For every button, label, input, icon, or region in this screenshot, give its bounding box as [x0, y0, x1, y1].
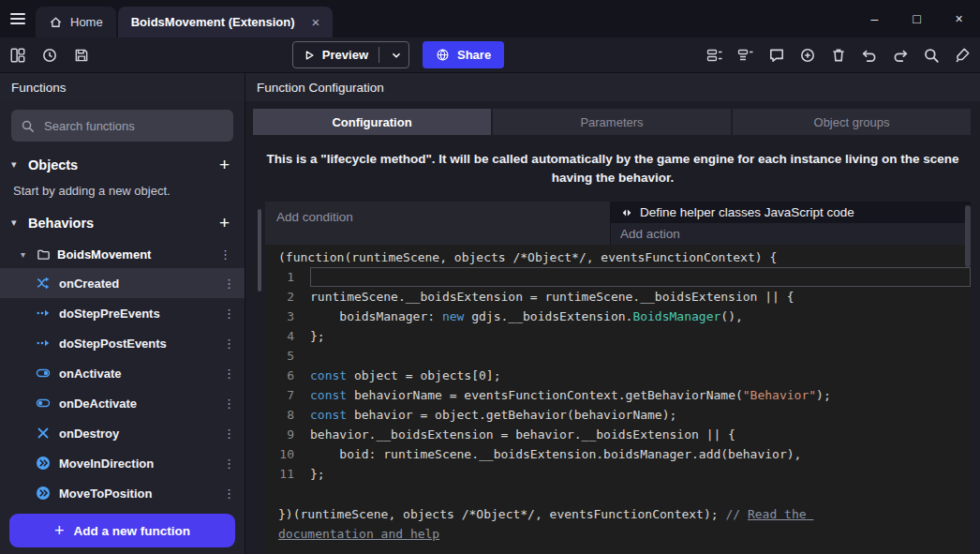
comment-icon[interactable] — [768, 47, 785, 64]
history-icon[interactable] — [41, 47, 58, 64]
add-object-button[interactable]: + — [215, 155, 233, 175]
function-item-oncreated[interactable]: onCreated⋮ — [0, 268, 245, 298]
code-wrapper-header: (function(runtimeScene, objects /*Object… — [265, 247, 971, 267]
search-functions-box[interactable] — [11, 110, 233, 142]
event-drag-gutter[interactable] — [253, 202, 265, 554]
share-button[interactable]: Share — [423, 41, 504, 68]
code-line-11[interactable]: 11}; — [265, 464, 971, 484]
folder-menu-icon[interactable]: ⋮ — [214, 247, 237, 262]
line-number: 9 — [265, 425, 310, 444]
tab-boidsmovement-extension[interactable]: BoidsMovement (Extension) × — [118, 7, 334, 37]
tab-configuration[interactable]: Configuration — [253, 109, 491, 135]
code-wrapper-footer: })(runtimeScene, objects /*Object*/, eve… — [265, 504, 883, 544]
redo-icon[interactable] — [892, 47, 909, 64]
code-line-1[interactable]: 1 — [265, 267, 971, 287]
code-line-10[interactable]: 10 boid: runtimeScene.__boidsExtension.b… — [265, 444, 971, 464]
save-icon[interactable] — [73, 47, 90, 64]
trash-icon[interactable] — [830, 47, 847, 64]
item-menu-icon[interactable]: ⋮ — [217, 397, 241, 411]
item-menu-icon[interactable]: ⋮ — [217, 307, 241, 321]
search-functions-input[interactable] — [42, 118, 224, 134]
page-title: Function Configuration — [257, 81, 384, 95]
item-menu-icon[interactable]: ⋮ — [217, 457, 241, 471]
item-menu-icon[interactable]: ⋮ — [217, 487, 241, 501]
function-configuration-panel: Function Configuration ConfigurationPara… — [245, 73, 980, 554]
code-line-6[interactable]: 6const object = objects[0]; — [265, 366, 971, 385]
folder-icon — [37, 247, 51, 262]
item-menu-icon[interactable]: ⋮ — [217, 277, 241, 291]
main-menu-button[interactable] — [0, 0, 36, 37]
titlebar: Home BoidsMovement (Extension) × – □ × — [0, 0, 980, 37]
js-code-event-header[interactable]: Define helper classes JavaScript code — [611, 202, 971, 223]
item-menu-icon[interactable]: ⋮ — [217, 337, 241, 351]
behaviors-section-label: Behaviors — [28, 216, 208, 231]
activate-icon — [36, 366, 51, 381]
code-line-8[interactable]: 8const behavior = object.getBehavior(beh… — [265, 405, 971, 425]
maximize-button[interactable]: □ — [896, 0, 938, 37]
code-line-3[interactable]: 3 boidsManager: new gdjs.__boidsExtensio… — [265, 307, 971, 326]
objects-empty-text: Start by adding a new object. — [0, 182, 245, 205]
function-label: doStepPostEvents — [59, 337, 209, 351]
function-label: onCreated — [59, 277, 209, 291]
function-item-ondestroy[interactable]: onDestroy⋮ — [0, 418, 245, 448]
code-line-9[interactable]: 9behavior.__boidsExtension = behavior.__… — [265, 425, 971, 444]
close-button[interactable]: × — [938, 0, 980, 37]
function-item-ondeactivate[interactable]: onDeActivate⋮ — [0, 388, 245, 418]
move-icon — [36, 456, 51, 471]
line-number: 11 — [265, 464, 310, 484]
code-lines: 12runtimeScene.__boidsExtension = runtim… — [265, 267, 971, 484]
condensed-list-icon[interactable] — [737, 47, 754, 64]
chevron-down-icon: ▾ — [11, 217, 21, 229]
close-tab-icon[interactable]: × — [311, 14, 319, 30]
preview-button[interactable]: Preview — [292, 41, 409, 68]
scrollbar-thumb[interactable] — [965, 205, 971, 267]
events-scrollbar[interactable] — [965, 205, 971, 554]
add-condition-button[interactable]: Add condition — [265, 202, 611, 245]
chevron-down-icon[interactable] — [386, 45, 407, 66]
events-list-icon[interactable] — [706, 47, 723, 64]
add-action-button[interactable]: Add action — [611, 223, 971, 245]
minimize-button[interactable]: – — [854, 0, 896, 37]
project-manager-icon[interactable] — [9, 47, 26, 64]
steps-icon — [36, 336, 51, 351]
add-new-function-button[interactable]: + Add a new function — [9, 514, 235, 547]
events-sheet: Add condition Define helper classes Java… — [253, 202, 971, 554]
function-item-onactivate[interactable]: onActivate⋮ — [0, 358, 245, 388]
gdevelop-window: Home BoidsMovement (Extension) × – □ × P… — [0, 0, 980, 554]
function-item-moveindirection[interactable]: MoveInDirection⋮ — [0, 448, 245, 478]
objects-section-header[interactable]: ▾ Objects + — [0, 147, 245, 182]
add-circle-icon[interactable] — [799, 47, 816, 64]
item-menu-icon[interactable]: ⋮ — [217, 367, 241, 381]
function-item-dosteppostevents[interactable]: doStepPostEvents⋮ — [0, 328, 245, 358]
folder-boidsmovement[interactable]: ▾ BoidsMovement ⋮ — [0, 240, 245, 268]
tab-parameters[interactable]: Parameters — [493, 109, 731, 135]
code-line-5[interactable]: 5 — [265, 346, 971, 366]
theme-brush-icon[interactable] — [954, 47, 971, 64]
behaviors-section-header[interactable]: ▾ Behaviors + — [0, 205, 245, 240]
line-content: boid: runtimeScene.__boidsExtension.boid… — [310, 444, 971, 464]
undo-icon[interactable] — [861, 47, 878, 64]
code-line-2[interactable]: 2runtimeScene.__boidsExtension = runtime… — [265, 287, 971, 307]
main-panel-header: Function Configuration — [245, 73, 980, 101]
configuration-tabs: ConfigurationParametersObject groups — [253, 109, 971, 135]
window-controls: – □ × — [854, 0, 980, 37]
line-content: runtimeScene.__boidsExtension = runtimeS… — [310, 287, 971, 307]
line-content: const behavior = object.getBehavior(beha… — [310, 405, 971, 425]
add-behavior-button[interactable]: + — [215, 213, 233, 233]
line-number: 4 — [265, 326, 310, 346]
function-label: onActivate — [59, 367, 209, 381]
function-item-movetoposition[interactable]: MoveToPosition⋮ — [0, 478, 245, 508]
tab-object-groups[interactable]: Object groups — [733, 109, 971, 135]
line-number: 8 — [265, 405, 310, 425]
code-line-4[interactable]: 4}; — [265, 326, 971, 346]
function-item-dosteppreevents[interactable]: doStepPreEvents⋮ — [0, 298, 245, 328]
toolbar-left-icons — [9, 47, 90, 64]
item-menu-icon[interactable]: ⋮ — [217, 427, 241, 441]
tab-home[interactable]: Home — [36, 7, 116, 37]
js-code-editor[interactable]: (function(runtimeScene, objects /*Object… — [265, 245, 971, 554]
move-icon — [36, 486, 51, 501]
event-drag-handle[interactable] — [258, 209, 261, 292]
code-line-7[interactable]: 7const behaviorName = eventsFunctionCont… — [265, 385, 971, 405]
search-icon[interactable] — [923, 47, 940, 64]
functions-panel-header: Functions — [0, 73, 245, 101]
